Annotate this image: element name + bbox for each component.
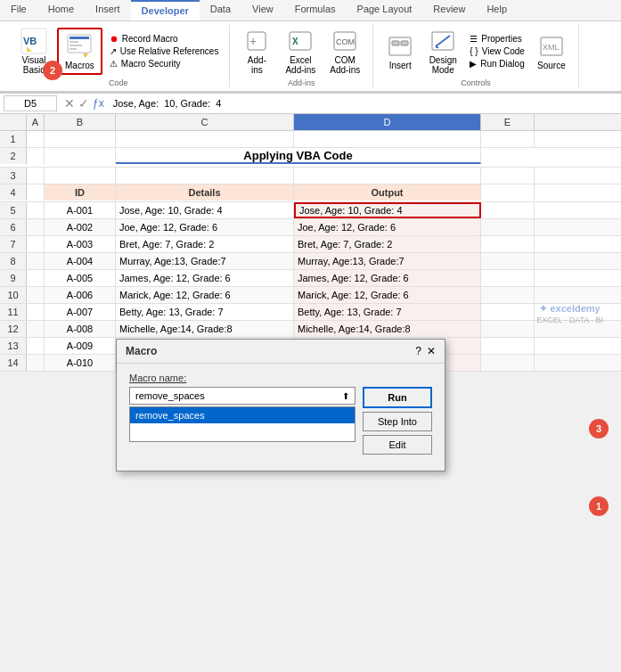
- cell-d10[interactable]: Marick, Age: 12, Grade: 6: [294, 287, 481, 303]
- tab-developer[interactable]: Developer: [131, 0, 200, 20]
- insert-function-icon[interactable]: ƒx: [93, 97, 104, 110]
- cell-a14[interactable]: [27, 355, 45, 371]
- cell-c10[interactable]: Marick, Age: 12, Grade: 6: [116, 287, 294, 303]
- cell-b13[interactable]: A-009: [45, 338, 116, 354]
- cell-b12[interactable]: A-008: [45, 321, 116, 337]
- macros-button[interactable]: Macros: [60, 30, 100, 72]
- cell-d3[interactable]: [294, 168, 481, 184]
- cell-d7[interactable]: Bret, Age: 7, Grade: 2: [294, 236, 481, 252]
- com-add-ins-button[interactable]: COM COMAdd-ins: [324, 25, 365, 77]
- cell-c3[interactable]: [116, 168, 294, 184]
- tab-help[interactable]: Help: [476, 0, 518, 20]
- cancel-formula-icon[interactable]: ✕: [64, 96, 75, 111]
- insert-control-button[interactable]: Insert: [380, 30, 420, 72]
- tab-view[interactable]: View: [241, 0, 284, 20]
- cell-b11[interactable]: A-007: [45, 304, 116, 320]
- cell-b5[interactable]: A-001: [45, 202, 116, 218]
- cell-c9[interactable]: James, Age: 12, Grade: 6: [116, 270, 294, 286]
- cell-e4[interactable]: [481, 184, 535, 201]
- run-dialog-button[interactable]: ▶ Run Dialog: [466, 58, 528, 70]
- cell-e5[interactable]: [481, 202, 535, 218]
- excel-add-ins-button[interactable]: X ExcelAdd-ins: [280, 25, 321, 77]
- cell-d5[interactable]: Jose, Age: 10, Grade: 4: [294, 202, 481, 218]
- properties-button[interactable]: ☰ Properties: [466, 33, 528, 45]
- cell-a3[interactable]: [27, 168, 45, 184]
- cell-c5[interactable]: Jose, Age: 10, Grade: 4: [116, 202, 294, 218]
- add-ins-button[interactable]: + Add-ins: [237, 25, 276, 77]
- macro-list-item[interactable]: remove_spaces: [130, 407, 355, 423]
- cell-e13[interactable]: [481, 338, 535, 354]
- source-button[interactable]: XML Source: [532, 30, 571, 72]
- cell-a9[interactable]: [27, 270, 45, 286]
- cell-a5[interactable]: [27, 202, 45, 218]
- cell-d11[interactable]: Betty, Age: 13, Grade: 7: [294, 304, 481, 320]
- cell-d12[interactable]: Michelle, Age:14, Grade:8: [294, 321, 481, 337]
- cell-b3[interactable]: [45, 168, 116, 184]
- header-id[interactable]: ID: [45, 184, 116, 201]
- cell-b1[interactable]: [45, 131, 116, 147]
- cell-d1[interactable]: [294, 131, 481, 147]
- cell-e12[interactable]: [481, 321, 535, 337]
- design-mode-button[interactable]: DesignMode: [423, 25, 462, 77]
- header-output[interactable]: Output: [294, 184, 481, 201]
- tab-page-layout[interactable]: Page Layout: [347, 0, 423, 20]
- cell-e7[interactable]: [481, 236, 535, 252]
- cell-reference-input[interactable]: [4, 95, 57, 111]
- cell-d6[interactable]: Joe, Age: 12, Grade: 6: [294, 219, 481, 235]
- cell-b14[interactable]: A-010: [45, 355, 116, 371]
- view-code-button[interactable]: { } View Code: [466, 45, 528, 57]
- cell-c8[interactable]: Murray, Age:13, Grade:7: [116, 253, 294, 269]
- cell-e6[interactable]: [481, 219, 535, 235]
- cell-c12[interactable]: Michelle, Age:14, Grade:8: [116, 321, 294, 337]
- header-details[interactable]: Details: [116, 184, 294, 201]
- run-button[interactable]: Run: [363, 387, 432, 408]
- cell-e9[interactable]: [481, 270, 535, 286]
- cell-a6[interactable]: [27, 219, 45, 235]
- cell-a11[interactable]: [27, 304, 45, 320]
- macro-security-button[interactable]: ⚠ Macro Security: [106, 58, 223, 70]
- cell-d8[interactable]: Murray, Age:13, Grade:7: [294, 253, 481, 269]
- tab-formulas[interactable]: Formulas: [284, 0, 347, 20]
- cell-e8[interactable]: [481, 253, 535, 269]
- macro-name-field[interactable]: remove_spaces ⬆: [129, 387, 355, 405]
- tab-data[interactable]: Data: [200, 0, 241, 20]
- dialog-close-button[interactable]: ✕: [427, 345, 436, 357]
- cell-a4[interactable]: [27, 184, 45, 201]
- cell-b2[interactable]: [45, 148, 116, 164]
- record-macro-button[interactable]: ⏺ Record Macro: [106, 33, 223, 45]
- cell-c1[interactable]: [116, 131, 294, 147]
- cell-b7[interactable]: A-003: [45, 236, 116, 252]
- cell-e11[interactable]: [481, 304, 535, 320]
- confirm-formula-icon[interactable]: ✓: [78, 96, 89, 111]
- cell-a7[interactable]: [27, 236, 45, 252]
- cell-e3[interactable]: [481, 168, 535, 184]
- step-into-button[interactable]: Step Into: [363, 412, 432, 431]
- cell-a1[interactable]: [27, 131, 45, 147]
- cell-a13[interactable]: [27, 338, 45, 354]
- cell-e1[interactable]: [481, 131, 535, 147]
- cell-e14[interactable]: [481, 355, 535, 371]
- cell-b8[interactable]: A-004: [45, 253, 116, 269]
- tab-home[interactable]: Home: [37, 0, 85, 20]
- cell-a8[interactable]: [27, 253, 45, 269]
- cell-c11[interactable]: Betty, Age: 13, Grade: 7: [116, 304, 294, 320]
- relative-references-button[interactable]: ↗ Use Relative References: [106, 45, 223, 57]
- browse-icon[interactable]: ⬆: [342, 391, 349, 401]
- tab-file[interactable]: File: [0, 0, 37, 20]
- cell-a2[interactable]: [27, 148, 45, 164]
- tab-review[interactable]: Review: [422, 0, 476, 20]
- cell-a12[interactable]: [27, 321, 45, 337]
- cell-b6[interactable]: A-002: [45, 219, 116, 235]
- cell-c7[interactable]: Bret, Age: 7, Grade: 2: [116, 236, 294, 252]
- title-cell[interactable]: Applying VBA Code: [116, 148, 481, 164]
- cell-b10[interactable]: A-006: [45, 287, 116, 303]
- dialog-question-icon[interactable]: ?: [415, 345, 421, 357]
- cell-a10[interactable]: [27, 287, 45, 303]
- cell-c6[interactable]: Joe, Age: 12, Grade: 6: [116, 219, 294, 235]
- tab-insert[interactable]: Insert: [85, 0, 131, 20]
- edit-button[interactable]: Edit: [363, 435, 432, 455]
- cell-d9[interactable]: James, Age: 12, Grade: 6: [294, 270, 481, 286]
- cell-e10[interactable]: [481, 287, 535, 303]
- cell-b9[interactable]: A-005: [45, 270, 116, 286]
- formula-input[interactable]: [111, 96, 617, 111]
